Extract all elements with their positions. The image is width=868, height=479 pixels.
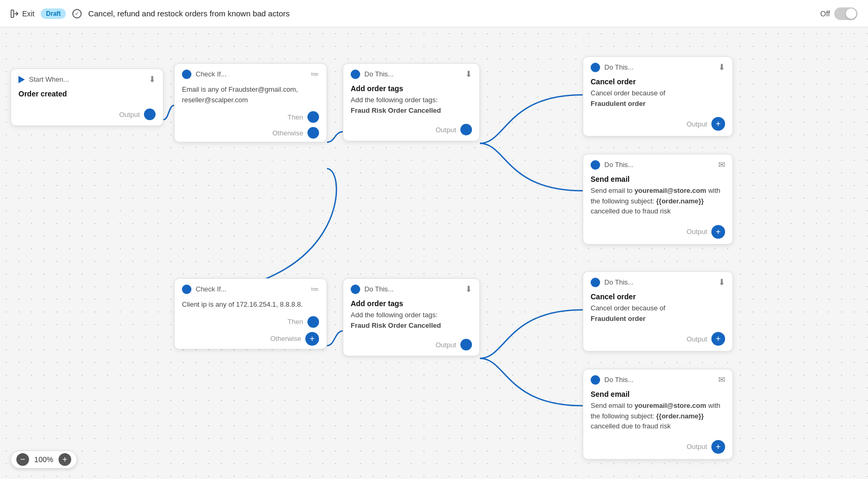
email2-footer: Output + bbox=[583, 437, 732, 459]
do2-download-icon[interactable]: ⬇ bbox=[465, 284, 472, 294]
check1-input-connector[interactable] bbox=[182, 70, 191, 79]
do1-header: Do This... ⬇ bbox=[343, 64, 479, 82]
start-output-connector[interactable] bbox=[144, 109, 156, 120]
email2-body: Send email Send email to youremail@store… bbox=[583, 388, 732, 437]
do-node-2: Do This... ⬇ Add order tags Add the foll… bbox=[343, 278, 480, 356]
do2-title: Add order tags bbox=[351, 299, 472, 308]
do1-footer: Output bbox=[343, 121, 479, 141]
workflow-toggle[interactable] bbox=[834, 7, 857, 20]
do2-footer: Output bbox=[343, 336, 479, 356]
email2-output-add[interactable]: + bbox=[711, 440, 725, 454]
cancel1-input-connector[interactable] bbox=[591, 63, 600, 72]
email1-address: youremail@store.com bbox=[634, 187, 706, 194]
email1-mail-icon[interactable]: ✉ bbox=[718, 160, 725, 170]
cancel1-description: Cancel order because of Fraudulent order bbox=[591, 88, 725, 109]
zoom-out-button[interactable]: − bbox=[16, 453, 29, 466]
zoom-in-button[interactable]: + bbox=[59, 453, 71, 466]
start-header-left: Start When... bbox=[18, 75, 69, 83]
cancel-order-node-2: Do This... ⬇ Cancel order Cancel order b… bbox=[583, 271, 733, 351]
check2-title: Check If... bbox=[196, 285, 227, 293]
email1-header: Do This... ✉ bbox=[583, 154, 732, 173]
zoom-level-label: 100% bbox=[33, 455, 54, 464]
email2-header: Do This... ✉ bbox=[583, 369, 732, 388]
email1-body: Send email Send email to youremail@store… bbox=[583, 173, 732, 222]
draft-badge: Draft bbox=[41, 8, 66, 19]
cancel2-output-add[interactable]: + bbox=[711, 332, 725, 346]
do1-header-left: Do This... bbox=[351, 70, 393, 79]
do2-output-connector[interactable] bbox=[460, 339, 472, 350]
cancel1-reason: Fraudulent order bbox=[591, 100, 645, 107]
email1-header-title: Do This... bbox=[604, 161, 633, 169]
email1-footer: Output + bbox=[583, 222, 732, 244]
check2-otherwise-label: Otherwise bbox=[270, 335, 301, 343]
cancel1-output-add[interactable]: + bbox=[711, 117, 725, 131]
topbar-right: Off bbox=[821, 7, 857, 20]
cancel2-body: Cancel order Cancel order because of Fra… bbox=[583, 290, 732, 329]
start-output-label: Output bbox=[119, 111, 140, 119]
send-email-node-2: Do This... ✉ Send email Send email to yo… bbox=[583, 369, 733, 460]
email1-input-connector[interactable] bbox=[591, 160, 600, 170]
check2-otherwise-row: Otherwise + bbox=[175, 331, 326, 349]
check-node-2: Check If... ≔ Client ip is any of 172.16… bbox=[174, 278, 327, 349]
cancel2-header-title: Do This... bbox=[604, 278, 633, 286]
do1-output-connector[interactable] bbox=[460, 124, 472, 135]
cancel2-output-label: Output bbox=[687, 335, 707, 343]
cancel2-header: Do This... ⬇ bbox=[583, 272, 732, 290]
email1-output-label: Output bbox=[687, 228, 707, 236]
start-download-icon[interactable]: ⬇ bbox=[149, 74, 156, 84]
start-play-icon bbox=[18, 76, 25, 83]
check2-input-connector[interactable] bbox=[182, 285, 191, 294]
check1-body: Email is any of Fraudster@gmail.com, res… bbox=[175, 82, 326, 110]
email2-input-connector[interactable] bbox=[591, 375, 600, 385]
email2-header-title: Do This... bbox=[604, 376, 633, 384]
cancel1-output-label: Output bbox=[687, 120, 707, 128]
start-node-body: Order created bbox=[11, 87, 163, 105]
do2-tags: Fraud Risk Order Cancelled bbox=[351, 321, 441, 329]
cancel1-download-icon[interactable]: ⬇ bbox=[718, 62, 725, 72]
do1-download-icon[interactable]: ⬇ bbox=[465, 69, 472, 79]
cancel1-title: Cancel order bbox=[591, 77, 725, 86]
email1-title: Send email bbox=[591, 175, 725, 183]
exit-button[interactable]: Exit bbox=[11, 9, 34, 18]
do1-title: Add order tags bbox=[351, 84, 472, 93]
check1-otherwise-label: Otherwise bbox=[272, 129, 303, 137]
start-node-title: Order created bbox=[18, 90, 156, 98]
check1-filter-icon[interactable]: ≔ bbox=[311, 69, 319, 79]
check2-header-left: Check If... bbox=[182, 285, 227, 294]
do2-header: Do This... ⬇ bbox=[343, 279, 479, 297]
cancel1-header-title: Do This... bbox=[604, 63, 633, 71]
check-node-1: Check If... ≔ Email is any of Fraudster@… bbox=[174, 63, 327, 142]
cancel2-download-icon[interactable]: ⬇ bbox=[718, 277, 725, 287]
check1-then-label: Then bbox=[287, 113, 303, 121]
cancel2-input-connector[interactable] bbox=[591, 278, 600, 287]
cancel1-footer: Output + bbox=[583, 114, 732, 136]
do2-output-label: Output bbox=[436, 341, 456, 349]
email2-mail-icon[interactable]: ✉ bbox=[718, 375, 725, 385]
do1-input-connector[interactable] bbox=[351, 70, 360, 79]
cancel2-reason: Fraudulent order bbox=[591, 315, 645, 322]
do2-input-connector[interactable] bbox=[351, 285, 360, 294]
check1-otherwise-connector[interactable] bbox=[307, 127, 319, 139]
check1-then-connector[interactable] bbox=[307, 111, 319, 123]
start-node-footer: Output bbox=[11, 105, 163, 125]
check1-otherwise-row: Otherwise bbox=[175, 126, 326, 142]
svg-rect-0 bbox=[11, 10, 14, 17]
check1-description: Email is any of Fraudster@gmail.com, res… bbox=[182, 85, 298, 104]
email2-title: Send email bbox=[591, 390, 725, 398]
cancel2-header-left: Do This... bbox=[591, 278, 633, 287]
check2-then-row: Then bbox=[175, 315, 326, 331]
cancel1-header: Do This... ⬇ bbox=[583, 57, 732, 75]
exit-label: Exit bbox=[22, 9, 34, 18]
send-email-node-1: Do This... ✉ Send email Send email to yo… bbox=[583, 154, 733, 245]
do1-output-label: Output bbox=[436, 126, 456, 134]
check2-description: Client ip is any of 172.16.254.1, 8.8.8.… bbox=[182, 300, 303, 308]
status-icon: ✓ bbox=[72, 9, 82, 18]
do1-description: Add the following order tags: Fraud Risk… bbox=[351, 95, 472, 115]
email1-header-left: Do This... bbox=[591, 160, 633, 170]
check1-header: Check If... ≔ bbox=[175, 64, 326, 82]
check2-then-connector[interactable] bbox=[307, 316, 319, 328]
check2-filter-icon[interactable]: ≔ bbox=[311, 284, 319, 294]
start-node-header: Start When... ⬇ bbox=[11, 69, 163, 87]
check2-otherwise-add[interactable]: + bbox=[305, 332, 319, 346]
email1-output-add[interactable]: + bbox=[711, 225, 725, 239]
